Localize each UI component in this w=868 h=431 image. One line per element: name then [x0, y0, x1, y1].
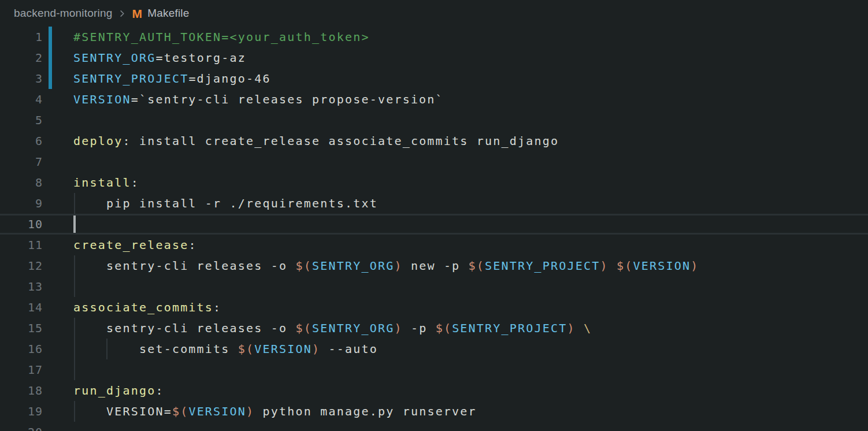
- code-token-target: associate_commits: [73, 300, 213, 314]
- code-token-escape: \: [584, 321, 592, 335]
- code-text[interactable]: set-commits $(VERSION) --auto: [73, 339, 378, 359]
- code-line[interactable]: 1#SENTRY_AUTH_TOKEN=<your_auth_token>: [0, 27, 868, 47]
- code-line[interactable]: 20: [0, 422, 868, 431]
- editor[interactable]: 1#SENTRY_AUTH_TOKEN=<your_auth_token>2SE…: [0, 27, 868, 431]
- code-token-punct: ): [394, 259, 402, 273]
- code-line[interactable]: 13: [0, 276, 868, 297]
- code-token-var: SENTRY_PROJECT: [485, 259, 600, 273]
- code-text[interactable]: VERSION=$(VERSION) python manage.py runs…: [73, 401, 477, 422]
- breadcrumb-file[interactable]: M Makefile: [132, 7, 189, 20]
- breadcrumb-folder[interactable]: backend-monitoring: [14, 7, 112, 20]
- code-line[interactable]: 16 set-commits $(VERSION) --auto: [0, 339, 868, 359]
- code-token-var: SENTRY_ORG: [73, 51, 155, 65]
- code-text[interactable]: sentry-cli releases -o $(SENTRY_ORG) new…: [73, 255, 699, 276]
- code-line[interactable]: 17: [0, 359, 868, 380]
- code-text[interactable]: install:: [73, 172, 139, 193]
- code-token-punct: ): [600, 259, 608, 273]
- line-number[interactable]: 17: [0, 359, 43, 380]
- line-number[interactable]: 14: [0, 297, 43, 318]
- line-number[interactable]: 16: [0, 339, 43, 359]
- line-number[interactable]: 12: [0, 255, 43, 276]
- code-token-plain: sentry-cli releases -o: [73, 259, 296, 273]
- code-token-plain: set-commits: [73, 342, 238, 356]
- line-number[interactable]: 2: [0, 47, 43, 68]
- git-modified-gutter-bar: [49, 27, 52, 89]
- code-token-punct: $(: [296, 259, 312, 273]
- code-line[interactable]: 14associate_commits:: [0, 297, 868, 318]
- code-text[interactable]: deploy: install create_release associate…: [73, 131, 559, 151]
- code-token-target: create_release: [73, 238, 188, 252]
- code-token-punct: $(: [238, 342, 254, 356]
- code-token-plain: --auto: [320, 342, 378, 356]
- code-token-var: SENTRY_PROJECT: [73, 72, 188, 86]
- breadcrumb-folder-label: backend-monitoring: [14, 7, 112, 20]
- code-token-punct: ): [691, 259, 699, 273]
- line-number[interactable]: 9: [0, 193, 43, 214]
- code-line[interactable]: 3SENTRY_PROJECT=django-46: [0, 68, 868, 89]
- code-line[interactable]: 2SENTRY_ORG=testorg-az: [0, 47, 868, 68]
- code-text[interactable]: run_django:: [73, 380, 164, 401]
- code-token-plain: [576, 321, 584, 335]
- code-line[interactable]: 5: [0, 110, 868, 131]
- makefile-icon: M: [132, 8, 142, 20]
- line-number[interactable]: 10: [0, 216, 43, 236]
- code-line[interactable]: 15 sentry-cli releases -o $(SENTRY_ORG) …: [0, 318, 868, 339]
- text-cursor: [73, 216, 76, 233]
- code-token-plain: :: [131, 176, 139, 190]
- line-number[interactable]: 5: [0, 110, 43, 131]
- code-text[interactable]: associate_commits:: [73, 297, 221, 318]
- code-token-plain: =django-46: [188, 72, 270, 86]
- line-number[interactable]: 8: [0, 172, 43, 193]
- code-token-var: VERSION: [73, 92, 131, 106]
- code-line[interactable]: 10: [0, 214, 868, 235]
- code-text[interactable]: pip install -r ./requirements.txt: [73, 193, 378, 214]
- code-text[interactable]: VERSION=`sentry-cli releases propose-ver…: [73, 89, 444, 110]
- line-number[interactable]: 18: [0, 380, 43, 401]
- code-line[interactable]: 4VERSION=`sentry-cli releases propose-ve…: [0, 89, 868, 110]
- line-number[interactable]: 3: [0, 68, 43, 89]
- code-text[interactable]: SENTRY_ORG=testorg-az: [73, 47, 246, 68]
- line-number[interactable]: 15: [0, 318, 43, 339]
- code-token-punct: ): [567, 321, 576, 335]
- code-token-var: SENTRY_ORG: [312, 321, 394, 335]
- code-text[interactable]: sentry-cli releases -o $(SENTRY_ORG) -p …: [73, 318, 592, 339]
- code-line[interactable]: 12 sentry-cli releases -o $(SENTRY_ORG) …: [0, 255, 868, 276]
- line-number[interactable]: 20: [0, 422, 43, 431]
- code-lines: 1#SENTRY_AUTH_TOKEN=<your_auth_token>2SE…: [0, 27, 868, 431]
- code-token-plain: VERSION=: [73, 404, 172, 418]
- line-number[interactable]: 1: [0, 27, 43, 47]
- line-number[interactable]: 6: [0, 131, 43, 151]
- code-token-var: VERSION: [633, 259, 691, 273]
- code-token-punct: $(: [172, 404, 188, 418]
- line-number[interactable]: 7: [0, 151, 43, 172]
- code-token-plain: =testorg-az: [155, 51, 246, 65]
- code-token-plain: =`sentry-cli releases propose-version`: [131, 92, 444, 106]
- code-token-plain: pip install -r ./requirements.txt: [73, 196, 378, 210]
- line-number[interactable]: 19: [0, 401, 43, 422]
- code-token-punct: ): [394, 321, 402, 335]
- code-line[interactable]: 18run_django:: [0, 380, 868, 401]
- code-token-plain: python manage.py runserver: [254, 404, 477, 418]
- code-token-comment: #SENTRY_AUTH_TOKEN=<your_auth_token>: [73, 30, 370, 44]
- code-token-plain: :: [188, 238, 196, 252]
- code-line[interactable]: 7: [0, 151, 868, 172]
- code-token-plain: : install create_release associate_commi…: [123, 134, 559, 148]
- line-number[interactable]: 13: [0, 276, 43, 297]
- code-text[interactable]: #SENTRY_AUTH_TOKEN=<your_auth_token>: [73, 27, 370, 47]
- code-token-var: VERSION: [188, 404, 246, 418]
- code-line[interactable]: 11create_release:: [0, 235, 868, 255]
- code-line[interactable]: 8install:: [0, 172, 868, 193]
- code-line[interactable]: 9 pip install -r ./requirements.txt: [0, 193, 868, 214]
- line-number[interactable]: 11: [0, 235, 43, 255]
- code-token-punct: $(: [469, 259, 485, 273]
- code-text[interactable]: create_release:: [73, 235, 197, 255]
- code-token-punct: $(: [617, 259, 633, 273]
- line-number[interactable]: 4: [0, 89, 43, 110]
- code-token-var: SENTRY_ORG: [312, 259, 394, 273]
- code-line[interactable]: 6deploy: install create_release associat…: [0, 131, 868, 151]
- code-line[interactable]: 19 VERSION=$(VERSION) python manage.py r…: [0, 401, 868, 422]
- code-token-punct: $(: [436, 321, 452, 335]
- code-text[interactable]: SENTRY_PROJECT=django-46: [73, 68, 271, 89]
- code-token-plain: -p: [403, 321, 436, 335]
- chevron-right-icon: [118, 9, 127, 18]
